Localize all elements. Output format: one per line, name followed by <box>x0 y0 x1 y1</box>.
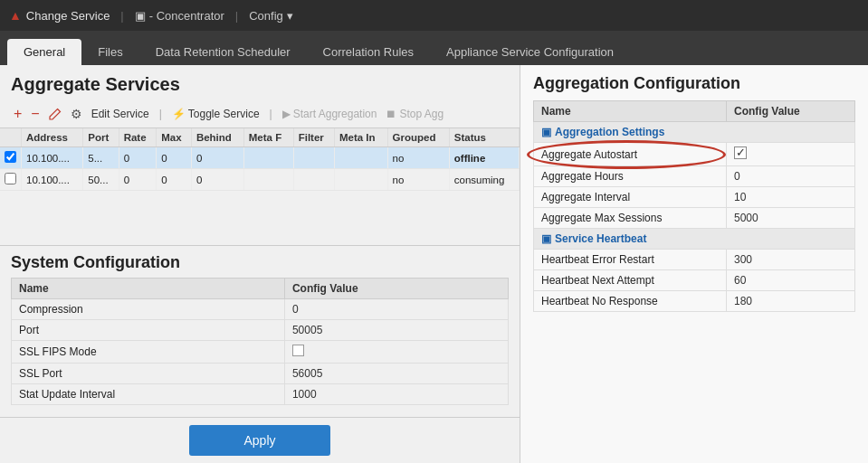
row1-metain <box>334 147 387 169</box>
heartbeat-error-name: Heartbeat Error Restart <box>534 250 727 270</box>
aggregation-config-title: Aggregation Configuration <box>533 74 855 93</box>
list-item: Stat Update Interval 1000 <box>12 384 509 405</box>
brand-icon: ▲ <box>9 8 22 23</box>
collapse-icon: ▣ <box>541 126 551 138</box>
apply-button[interactable]: Apply <box>189 425 329 456</box>
tab-data-retention[interactable]: Data Retention Scheduler <box>139 39 307 65</box>
heartbeat-next-value: 60 <box>727 270 855 291</box>
start-icon: ▶ <box>282 108 291 120</box>
ssl-fips-checkbox[interactable] <box>292 345 304 356</box>
ssl-port-value: 56005 <box>284 364 508 384</box>
table-row[interactable]: 10.100.... 5... 0 0 0 no offline <box>0 147 520 169</box>
col-status: Status <box>449 128 519 147</box>
stat-update-value: 1000 <box>284 384 508 405</box>
row2-address: 10.100.... <box>22 169 83 191</box>
system-config-section: System Configuration Name Config Value C… <box>0 246 520 417</box>
config-menu[interactable]: Config ▾ <box>249 9 293 23</box>
col-rate: Rate <box>119 128 157 147</box>
row1-port: 5... <box>83 147 119 169</box>
heartbeat-collapse-icon[interactable]: ▣ Service Heartbeat <box>541 232 847 245</box>
list-item: Heartbeat No Response 180 <box>534 291 855 312</box>
list-item: Aggregate Max Sessions 5000 <box>534 208 855 229</box>
syscfg-col-value: Config Value <box>284 279 508 299</box>
tab-appliance-service[interactable]: Appliance Service Configuration <box>430 39 630 65</box>
brand-label: Change Service <box>26 9 110 23</box>
left-panel: Aggregate Services + − ⚙ Edit Service | … <box>0 65 520 463</box>
aggregation-config-table: Name Config Value ▣ Aggregation Settings <box>533 100 855 312</box>
tab-general[interactable]: General <box>7 39 81 65</box>
col-max: Max <box>157 128 192 147</box>
heartbeat-next-name: Heartbeat Next Attempt <box>534 270 727 291</box>
tab-files[interactable]: Files <box>81 39 138 65</box>
row1-address: 10.100.... <box>22 147 83 169</box>
row2-status: consuming <box>449 169 519 191</box>
list-item: Heartbeat Next Attempt 60 <box>534 270 855 291</box>
aggr-col-name: Name <box>534 101 727 122</box>
row1-max: 0 <box>157 147 192 169</box>
toolbar-sep1: | <box>159 108 162 120</box>
row2-rate: 0 <box>119 169 157 191</box>
system-config-table: Name Config Value Compression 0 Port 500… <box>11 278 509 405</box>
table-row[interactable]: 10.100.... 50... 0 0 0 no consuming <box>0 169 520 191</box>
main-content: Aggregate Services + − ⚙ Edit Service | … <box>0 65 868 463</box>
list-item: Aggregate Autostart <box>534 143 855 166</box>
edit-pencil-icon <box>49 108 62 120</box>
toggle-service-button[interactable]: ⚡ Toggle Service <box>169 106 262 122</box>
col-filter: Filter <box>293 128 334 147</box>
row1-grouped: no <box>387 147 449 169</box>
heartbeat-error-value: 300 <box>727 250 855 270</box>
port-value: 50005 <box>284 320 508 341</box>
autostart-checkbox[interactable] <box>734 146 747 159</box>
row2-port: 50... <box>83 169 119 191</box>
concentrator-icon: ▣ <box>135 9 146 23</box>
aggr-col-value: Config Value <box>727 101 855 122</box>
row1-checkbox[interactable] <box>0 147 22 169</box>
stop-aggregation-label: Stop Agg <box>399 108 444 120</box>
edit-icon-button[interactable] <box>46 106 64 122</box>
compression-name: Compression <box>12 299 285 320</box>
service-heartbeat-label: ▣ Service Heartbeat <box>534 229 855 250</box>
syscfg-col-name: Name <box>12 279 285 299</box>
settings-gear-button[interactable]: ⚙ <box>68 105 85 123</box>
edit-service-button[interactable]: Edit Service <box>89 106 152 122</box>
aggregate-services-table-container: Address Port Rate Max Behind Meta F Filt… <box>0 128 520 246</box>
row2-metaf <box>243 169 293 191</box>
aggregation-settings-header: ▣ Aggregation Settings <box>534 122 855 143</box>
compression-value: 0 <box>284 299 508 320</box>
stop-icon: ⏹ <box>386 108 396 120</box>
agg-max-sessions-value: 5000 <box>727 208 855 229</box>
col-behind: Behind <box>191 128 243 147</box>
add-button[interactable]: + <box>11 104 24 124</box>
list-item: SSL FIPS Mode <box>12 341 509 364</box>
agg-hours-name: Aggregate Hours <box>534 166 727 187</box>
agg-hours-value: 0 <box>727 166 855 187</box>
concentrator-label: - Concentrator <box>149 9 224 23</box>
col-metaf: Meta F <box>243 128 293 147</box>
aggregate-services-title: Aggregate Services <box>0 65 520 100</box>
row1-filter <box>293 147 334 169</box>
apply-bar: Apply <box>0 417 520 463</box>
stop-aggregation-button[interactable]: ⏹ Stop Agg <box>383 106 446 122</box>
autostart-highlight-circle <box>527 140 726 169</box>
heartbeat-no-response-value: 180 <box>727 291 855 312</box>
right-panel: Aggregation Configuration Name Config Va… <box>520 65 868 463</box>
ssl-fips-value <box>284 341 508 364</box>
title-bar: ▲ Change Service | ▣ - Concentrator | Co… <box>0 0 868 31</box>
concentrator-area: ▣ - Concentrator <box>135 9 224 23</box>
start-aggregation-button[interactable]: ▶ Start Aggregation <box>280 106 380 122</box>
tab-correlation-rules[interactable]: Correlation Rules <box>307 39 430 65</box>
separator2: | <box>235 9 238 23</box>
col-checkbox <box>0 128 22 147</box>
row2-checkbox[interactable] <box>0 169 22 191</box>
list-item: Heartbeat Error Restart 300 <box>534 250 855 270</box>
agg-max-sessions-name: Aggregate Max Sessions <box>534 208 727 229</box>
row2-max: 0 <box>157 169 192 191</box>
col-metain: Meta In <box>334 128 387 147</box>
heartbeat-no-response-name: Heartbeat No Response <box>534 291 727 312</box>
list-item: Aggregate Hours 0 <box>534 166 855 187</box>
section-collapse-icon[interactable]: ▣ Aggregation Settings <box>541 126 847 138</box>
toggle-icon: ⚡ <box>172 108 186 120</box>
remove-button[interactable]: − <box>28 104 42 124</box>
brand-area: ▲ Change Service <box>9 8 110 23</box>
tab-bar: General Files Data Retention Scheduler C… <box>0 31 868 65</box>
